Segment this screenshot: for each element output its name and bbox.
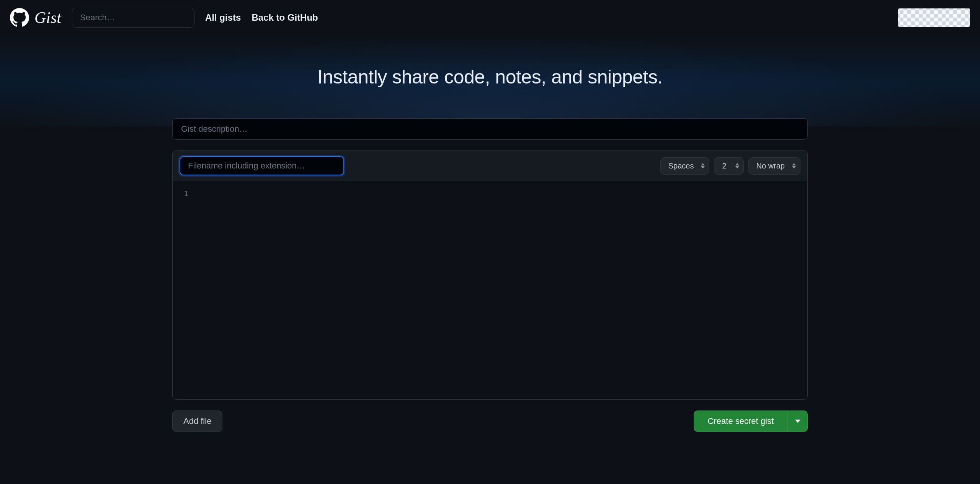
create-button-group: Create secret gist [694, 410, 808, 432]
line-numbers: 1 [173, 181, 199, 399]
code-area[interactable] [199, 181, 807, 399]
logo-gist-text: Gist [34, 8, 61, 27]
create-options-dropdown[interactable] [788, 410, 808, 432]
header: Gist All gists Back to GitHub [0, 0, 980, 35]
editor-toolbar: Spaces 2 No wrap [173, 151, 807, 181]
editor-body: 1 [173, 181, 807, 399]
main-content: Spaces 2 No wrap [157, 126, 823, 432]
nav-links: All gists Back to GitHub [205, 12, 318, 23]
line-number: 1 [173, 188, 199, 199]
filename-input[interactable] [180, 156, 344, 175]
create-secret-gist-button[interactable]: Create secret gist [694, 410, 788, 432]
nav-all-gists[interactable]: All gists [205, 12, 241, 23]
github-icon [10, 8, 29, 27]
avatar[interactable] [898, 8, 970, 27]
indent-mode-select[interactable]: Spaces [660, 157, 710, 175]
caret-down-icon [795, 419, 800, 423]
hero-title: Instantly share code, notes, and snippet… [0, 66, 980, 88]
hero-section: Instantly share code, notes, and snippet… [0, 35, 980, 126]
add-file-button[interactable]: Add file [172, 410, 222, 432]
indent-size-select[interactable]: 2 [714, 157, 743, 175]
editor-container: Spaces 2 No wrap [172, 150, 808, 400]
description-input[interactable] [172, 118, 808, 140]
bottom-actions: Add file Create secret gist [172, 410, 808, 432]
search-input[interactable] [72, 8, 194, 28]
wrap-mode-select[interactable]: No wrap [748, 157, 800, 175]
logo[interactable]: Gist [10, 8, 61, 27]
nav-back-to-github[interactable]: Back to GitHub [252, 12, 318, 23]
